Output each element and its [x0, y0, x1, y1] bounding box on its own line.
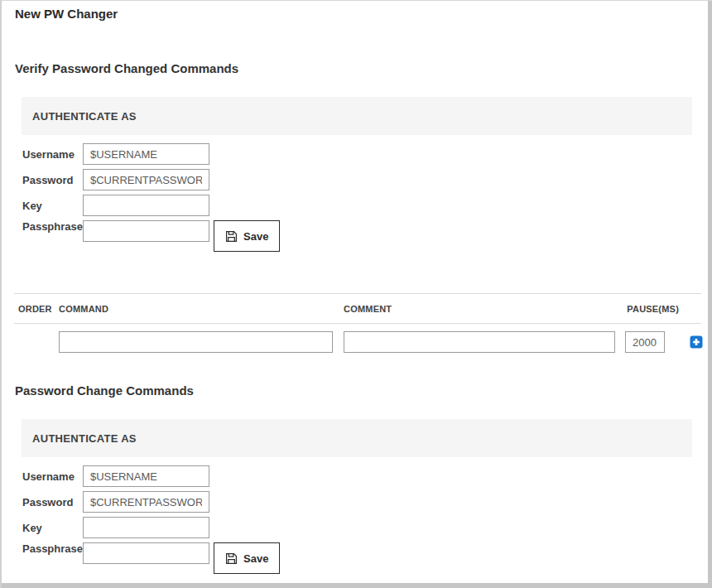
verify-commands-heading: Verify Password Changed Commands	[15, 61, 712, 75]
key-row: Key	[22, 517, 712, 538]
order-column-header: ORDER	[18, 304, 59, 314]
command-cell	[59, 331, 333, 353]
pause-ms-input[interactable]	[625, 331, 665, 353]
plus-square-icon	[690, 339, 703, 351]
floppy-disk-icon	[225, 552, 238, 565]
command-column-header: COMMAND	[59, 304, 333, 314]
command-table-row	[14, 324, 701, 361]
comment-column-header: COMMENT	[344, 304, 615, 314]
floppy-disk-icon	[225, 230, 238, 243]
password-label: Password	[22, 496, 83, 508]
key-label: Key	[22, 200, 83, 212]
save-button-label: Save	[243, 552, 268, 565]
username-input[interactable]	[83, 465, 209, 487]
commands-table-header: ORDER COMMAND COMMENT PAUSE(MS)	[14, 293, 701, 324]
key-input[interactable]	[83, 517, 209, 538]
passphrase-row: Passphrase Save	[22, 220, 712, 252]
pw-changer-page: New PW Changer Verify Password Changed C…	[0, 0, 712, 588]
verify-commands-table: ORDER COMMAND COMMENT PAUSE(MS)	[14, 293, 701, 361]
username-label: Username	[22, 470, 83, 483]
passphrase-row: Passphrase Save	[22, 542, 712, 574]
change-authenticate-as-bar: AUTHENTICATE AS	[22, 419, 692, 457]
comment-input[interactable]	[344, 331, 615, 353]
save-button[interactable]: Save	[214, 542, 280, 574]
pause-column-header: PAUSE(MS)	[625, 304, 679, 314]
passphrase-label: Passphrase	[22, 542, 83, 555]
passphrase-input[interactable]	[83, 220, 209, 242]
authenticate-as-label: AUTHENTICATE AS	[32, 432, 137, 445]
password-row: Password	[22, 491, 712, 513]
command-input[interactable]	[59, 331, 333, 353]
key-row: Key	[22, 195, 712, 216]
username-row: Username	[22, 465, 712, 487]
passphrase-label: Passphrase	[22, 220, 83, 233]
save-button-label: Save	[243, 230, 268, 243]
passphrase-input[interactable]	[83, 542, 209, 564]
vertical-scrollbar[interactable]	[708, 1, 712, 588]
username-row: Username	[22, 143, 712, 165]
username-label: Username	[22, 148, 83, 161]
password-input[interactable]	[83, 491, 209, 513]
verify-auth-form: Username Password Key Passphrase	[22, 143, 712, 252]
change-auth-form: Username Password Key Passphrase	[22, 465, 712, 574]
authenticate-as-label: AUTHENTICATE AS	[32, 110, 137, 123]
page-title: New PW Changer	[15, 7, 712, 21]
username-input[interactable]	[83, 143, 209, 165]
verify-authenticate-as-bar: AUTHENTICATE AS	[22, 97, 692, 135]
save-button[interactable]: Save	[214, 220, 280, 252]
password-row: Password	[22, 169, 712, 190]
add-command-row-button[interactable]	[690, 335, 703, 349]
password-label: Password	[22, 174, 83, 186]
key-input[interactable]	[83, 195, 209, 216]
password-input[interactable]	[83, 169, 209, 190]
change-commands-heading: Password Change Commands	[15, 383, 712, 398]
pause-cell	[625, 331, 679, 353]
key-label: Key	[22, 522, 83, 534]
horizontal-scrollbar[interactable]	[2, 583, 712, 588]
comment-cell	[344, 331, 615, 353]
